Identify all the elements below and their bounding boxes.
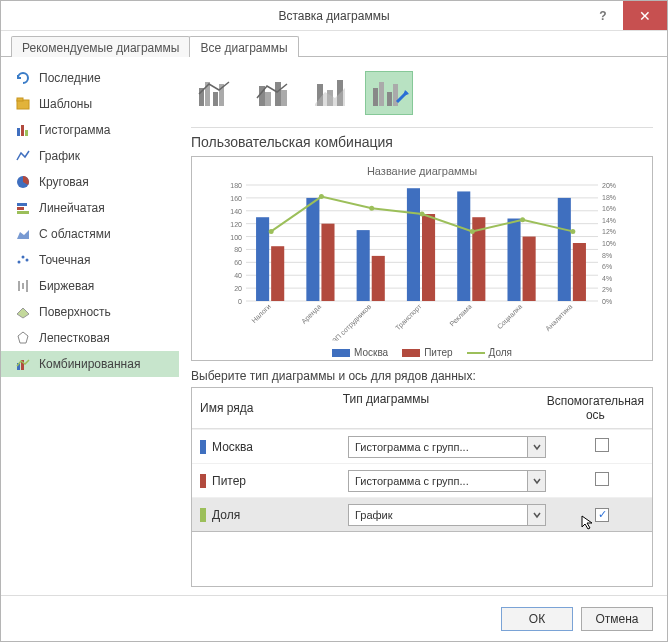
svg-text:Реклама: Реклама <box>448 303 473 328</box>
series-col-axis: Вспомогательная ось <box>539 388 652 428</box>
svg-point-83 <box>369 206 374 211</box>
svg-text:Аналитика: Аналитика <box>544 303 574 333</box>
series-row[interactable]: МоскваГистограмма с групп... <box>192 429 652 463</box>
svg-rect-7 <box>17 207 24 210</box>
sidebar-item-label: Точечная <box>39 253 90 267</box>
sidebar-item-surface[interactable]: Поверхность <box>1 299 179 325</box>
help-button[interactable]: ? <box>583 1 623 30</box>
bar-icon <box>15 122 31 138</box>
chevron-down-icon[interactable] <box>527 471 545 491</box>
secondary-axis-checkbox[interactable] <box>595 438 609 452</box>
series-type-dropdown[interactable]: Гистограмма с групп... <box>348 470 546 492</box>
sidebar-item-label: Шаблоны <box>39 97 92 111</box>
sidebar-item-recent[interactable]: Последние <box>1 65 179 91</box>
dropdown-text: Гистограмма с групп... <box>349 475 527 487</box>
chevron-down-icon[interactable] <box>527 505 545 525</box>
sidebar-item-label: Круговая <box>39 175 89 189</box>
legend-item: Питер <box>402 347 452 358</box>
svg-rect-6 <box>17 203 27 206</box>
svg-text:10%: 10% <box>602 240 616 247</box>
svg-rect-69 <box>357 230 370 301</box>
sidebar-item-hbar[interactable]: Линейчатая <box>1 195 179 221</box>
tab-recommended[interactable]: Рекомендуемые диаграммы <box>11 36 190 57</box>
svg-text:14%: 14% <box>602 217 616 224</box>
sidebar-item-stock[interactable]: Биржевая <box>1 273 179 299</box>
series-name-label: Доля <box>212 508 240 522</box>
sidebar-item-label: Поверхность <box>39 305 111 319</box>
series-type-cell: Гистограмма с групп... <box>342 432 552 462</box>
svg-text:180: 180 <box>230 182 242 189</box>
secondary-axis-checkbox[interactable] <box>595 472 609 486</box>
svg-rect-27 <box>281 90 287 106</box>
chart-subtype-row <box>179 65 653 123</box>
sidebar-item-pie[interactable]: Круговая <box>1 169 179 195</box>
svg-marker-16 <box>17 308 29 318</box>
sidebar-item-line[interactable]: График <box>1 143 179 169</box>
svg-text:0: 0 <box>238 298 242 305</box>
chart-subtype-0[interactable] <box>191 71 239 115</box>
series-row[interactable]: ПитерГистограмма с групп... <box>192 463 652 497</box>
scatter-icon <box>15 252 31 268</box>
svg-text:160: 160 <box>230 195 242 202</box>
series-table-empty <box>191 532 653 587</box>
svg-text:ЗП сотрудников: ЗП сотрудников <box>331 303 373 341</box>
sidebar-item-area[interactable]: С областями <box>1 221 179 247</box>
chart-category-sidebar: ПоследниеШаблоныГистограммаГрафикКругова… <box>1 57 179 595</box>
chart-subtype-2[interactable] <box>307 71 355 115</box>
svg-rect-79 <box>523 237 536 301</box>
svg-point-10 <box>18 261 21 264</box>
svg-text:4%: 4% <box>602 275 612 282</box>
surface-icon <box>15 304 31 320</box>
svg-text:8%: 8% <box>602 252 612 259</box>
chart-preview: Название диаграммы 020406080100120140160… <box>191 156 653 361</box>
svg-marker-9 <box>17 230 29 239</box>
section-title: Пользовательская комбинация <box>179 132 653 156</box>
chevron-down-icon[interactable] <box>527 437 545 457</box>
dropdown-text: График <box>349 509 527 521</box>
chart-subtype-icon <box>253 74 293 113</box>
svg-rect-70 <box>407 188 420 301</box>
series-table-label: Выберите тип диаграммы и ось для рядов д… <box>179 361 653 387</box>
tab-all[interactable]: Все диаграммы <box>189 36 298 57</box>
templates-icon <box>15 96 31 112</box>
chart-subtype-1[interactable] <box>249 71 297 115</box>
sidebar-item-bar[interactable]: Гистограмма <box>1 117 179 143</box>
tab-bar: Рекомендуемые диаграммы Все диаграммы <box>1 31 667 57</box>
legend-item: Доля <box>467 347 512 358</box>
sidebar-item-label: Последние <box>39 71 101 85</box>
sidebar-item-combo[interactable]: Комбинированная <box>1 351 179 377</box>
series-color-swatch <box>200 508 206 522</box>
legend-item: Москва <box>332 347 388 358</box>
series-name-label: Москва <box>212 440 253 454</box>
dialog-footer: ОК Отмена <box>1 595 667 641</box>
svg-rect-8 <box>17 211 29 214</box>
secondary-axis-checkbox[interactable] <box>595 508 609 522</box>
svg-text:40: 40 <box>234 272 242 279</box>
chart-subtype-3[interactable] <box>365 71 413 115</box>
cancel-button[interactable]: Отмена <box>581 607 653 631</box>
svg-rect-26 <box>275 82 281 106</box>
svg-text:120: 120 <box>230 221 242 228</box>
series-col-name: Имя ряда <box>192 388 337 428</box>
svg-text:20%: 20% <box>602 182 616 189</box>
svg-rect-2 <box>17 128 20 136</box>
sidebar-item-radar[interactable]: Лепестковая <box>1 325 179 351</box>
svg-text:Налоги: Налоги <box>250 303 272 325</box>
series-row[interactable]: ДоляГрафик <box>192 497 652 531</box>
series-col-type: Тип диаграммы <box>337 388 539 428</box>
series-type-dropdown[interactable]: График <box>348 504 546 526</box>
chart-subtype-icon <box>311 74 351 113</box>
svg-rect-72 <box>507 219 520 301</box>
svg-point-11 <box>22 256 25 259</box>
sidebar-item-label: Комбинированная <box>39 357 140 371</box>
stock-icon <box>15 278 31 294</box>
sidebar-item-scatter[interactable]: Точечная <box>1 247 179 273</box>
svg-point-81 <box>269 229 274 234</box>
series-type-dropdown[interactable]: Гистограмма с групп... <box>348 436 546 458</box>
close-button[interactable]: ✕ <box>623 1 667 30</box>
svg-point-82 <box>319 194 324 199</box>
sidebar-item-templates[interactable]: Шаблоны <box>1 91 179 117</box>
svg-rect-74 <box>271 246 284 301</box>
ok-button[interactable]: ОК <box>501 607 573 631</box>
chart-svg: 0204060801001201401601800%2%4%6%8%10%12%… <box>212 181 632 341</box>
